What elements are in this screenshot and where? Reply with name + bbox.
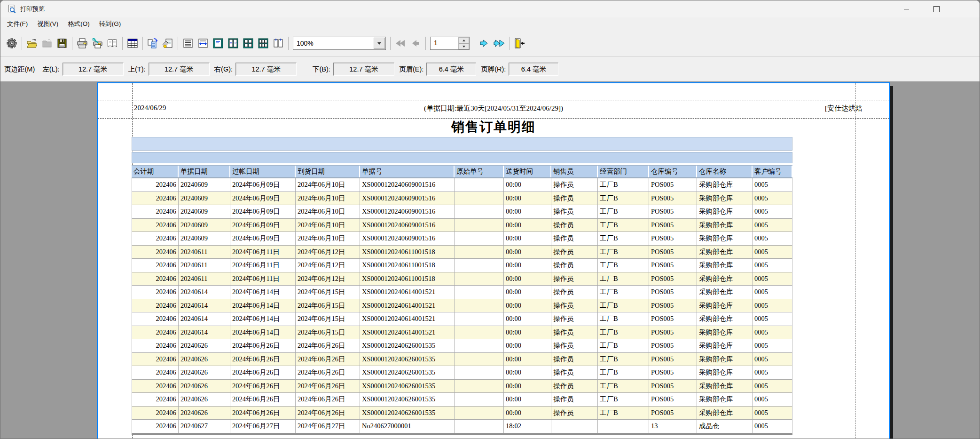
minimize-button[interactable] <box>891 0 921 17</box>
table-cell: XS0000120240609001516 <box>360 178 455 192</box>
page-number-input[interactable]: 1 <box>430 37 470 50</box>
margin-bottom-value[interactable]: 12.7 毫米 <box>333 63 394 76</box>
table-cell: 00:00 <box>504 286 551 299</box>
table-cell: 00:00 <box>504 339 551 352</box>
menu-file[interactable]: 文件(F) <box>2 18 32 30</box>
toolbar-separator <box>178 37 178 50</box>
chevron-down-icon <box>463 46 465 48</box>
table-cell: 0005 <box>753 192 792 205</box>
table-cell: 2024年06月26日 <box>296 353 360 366</box>
first-page-button[interactable] <box>393 36 408 50</box>
prev-page-button[interactable] <box>408 36 423 50</box>
table-cell: XS0000120240626001535 <box>360 339 455 352</box>
table-cell: XS0000120240614001521 <box>360 326 455 339</box>
zoom-combobox[interactable]: 100% <box>293 37 386 50</box>
table-cell: XS0000120240609001516 <box>360 205 455 218</box>
table-cell: XS0000120240609001516 <box>360 232 455 245</box>
preview-area[interactable]: 2024/06/29 (单据日期:最近30天[2024/05/31至2024/0… <box>0 81 980 439</box>
zoom-dropdown-button[interactable] <box>374 38 385 49</box>
margin-top-value[interactable]: 12.7 毫米 <box>149 63 210 76</box>
table-cell: 2024年06月26日 <box>230 380 296 393</box>
save-as-button-disabled[interactable] <box>39 36 55 50</box>
margin-footer-label: 页脚(R): <box>481 65 506 74</box>
table-cell: 202406 <box>132 232 179 245</box>
four-pages-icon <box>243 38 254 49</box>
table-row: 202406202406272024年06月27日2024年06月27日No24… <box>132 420 792 433</box>
table-cell: 20240626 <box>179 380 230 393</box>
table-cell <box>455 232 504 245</box>
table-cell: 0005 <box>753 299 792 312</box>
table-cell: 操作员 <box>551 232 598 245</box>
table-cell: 工厂B <box>598 366 649 379</box>
book-view-button[interactable] <box>105 36 120 50</box>
table-cell: XS0000120240626001535 <box>360 366 455 379</box>
page-width-button[interactable] <box>196 36 211 50</box>
table-cell: 00:00 <box>504 192 551 205</box>
table-cell: 2024年06月09日 <box>230 178 296 192</box>
menu-goto[interactable]: 转到(G) <box>94 18 126 30</box>
margin-left-value[interactable]: 12.7 毫米 <box>63 63 124 76</box>
margin-header-label: 页眉(E): <box>399 65 423 74</box>
table-cell: XS0000120240609001516 <box>360 192 455 205</box>
table-cell: 202406 <box>132 192 179 205</box>
print-setup-button[interactable] <box>90 36 105 50</box>
table-cell: 操作员 <box>551 366 598 379</box>
table-cell: 工厂B <box>598 299 649 312</box>
table-cell: XS0000120240611001518 <box>360 246 455 259</box>
exit-button[interactable] <box>512 36 527 50</box>
margin-bottom-label: 下(B): <box>313 65 330 74</box>
table-cell: 操作员 <box>551 205 598 218</box>
save-button[interactable] <box>55 36 70 50</box>
table-cell: 20240609 <box>179 178 230 192</box>
table-row: 202406202406092024年06月09日2024年06月10日XS00… <box>132 219 792 232</box>
fit-pages-button[interactable] <box>271 36 286 50</box>
table-cell: 工厂B <box>598 219 649 232</box>
folder-disabled-icon <box>41 38 53 49</box>
whole-page-button[interactable] <box>211 36 226 50</box>
open-button[interactable] <box>24 36 39 50</box>
chevron-down-icon <box>377 42 381 45</box>
margin-right-value[interactable]: 12.7 毫米 <box>235 63 297 76</box>
table-cell: XS0000120240614001521 <box>360 286 455 299</box>
margin-header-value[interactable]: 6.4 毫米 <box>426 63 476 76</box>
table-cell <box>455 366 504 379</box>
table-cell: 0005 <box>753 272 792 286</box>
table-cell: 工厂B <box>598 246 649 259</box>
paint-format-button[interactable] <box>160 36 175 50</box>
table-row: 202406202406092024年06月09日2024年06月10日XS00… <box>132 192 792 206</box>
margin-footer-value[interactable]: 6.4 毫米 <box>509 63 558 76</box>
six-pages-button[interactable] <box>256 36 271 50</box>
table-row: 202406202406112024年06月11日2024年06月12日XS00… <box>132 246 792 259</box>
text-view-button[interactable] <box>180 36 196 50</box>
settings-gear-icon <box>6 38 17 49</box>
spinner-down-button[interactable] <box>459 43 469 49</box>
table-row: 202406202406142024年06月14日2024年06月15日XS00… <box>132 326 792 340</box>
menu-view[interactable]: 视图(V) <box>32 18 63 30</box>
table-cell: POS005 <box>649 326 697 339</box>
table-cell: 采购部仓库 <box>697 259 753 272</box>
menu-format[interactable]: 格式(O) <box>63 18 94 30</box>
spinner-up-button[interactable] <box>459 37 469 43</box>
table-cell: 采购部仓库 <box>697 299 753 312</box>
settings-button[interactable] <box>4 36 19 50</box>
table-cell: 2024年06月15日 <box>296 299 360 312</box>
open-folder-icon <box>26 38 38 49</box>
table-cell <box>455 272 504 286</box>
table-cell: 工厂B <box>598 353 649 366</box>
copy-format-button[interactable] <box>145 36 160 50</box>
next-page-button[interactable] <box>477 36 492 50</box>
toolbar-separator <box>474 37 474 50</box>
table-cell: 202406 <box>132 407 179 420</box>
window-title: 打印预览 <box>20 5 45 13</box>
last-page-button[interactable] <box>492 36 507 50</box>
four-pages-button[interactable] <box>241 36 256 50</box>
data-grid-button[interactable] <box>125 36 140 50</box>
table-cell: 采购部仓库 <box>697 380 753 393</box>
table-cell: 操作员 <box>551 353 598 366</box>
print-button[interactable] <box>75 36 90 50</box>
table-band-top <box>132 137 792 151</box>
table-cell: 20240609 <box>179 192 230 205</box>
two-pages-button[interactable]: 52 <box>226 36 241 50</box>
maximize-button[interactable] <box>921 0 951 17</box>
table-cell: 2024年06月09日 <box>230 219 296 232</box>
